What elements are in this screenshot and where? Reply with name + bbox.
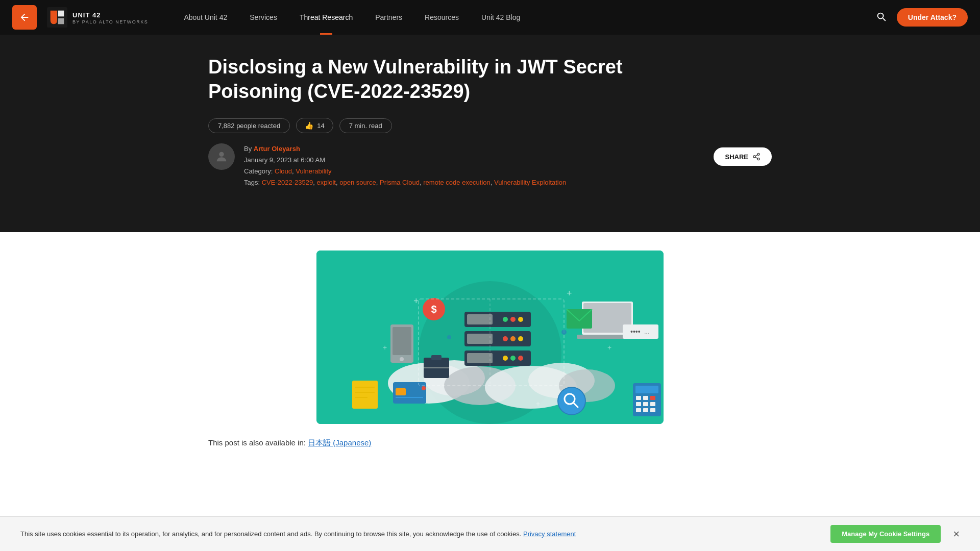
nav-about[interactable]: About Unit 42: [173, 0, 238, 35]
author-share-row: By Artur Oleyarsh January 9, 2023 at 6:0…: [184, 133, 796, 166]
tag-cve[interactable]: CVE-2022-23529: [262, 179, 313, 186]
svg-text:+: +: [607, 343, 611, 352]
svg-rect-37: [431, 355, 442, 360]
author-by: By Artur Oleyarsh: [244, 143, 566, 155]
svg-rect-46: [635, 386, 658, 393]
svg-text:••••: ••••: [630, 328, 641, 336]
svg-point-28: [510, 356, 516, 361]
tag-opensource[interactable]: open source: [339, 179, 376, 186]
author-block: By Artur Oleyarsh January 9, 2023 at 6:0…: [208, 143, 566, 188]
svg-point-27: [503, 356, 508, 361]
author-name[interactable]: Artur Oleyarsh: [254, 145, 300, 153]
share-label: SHARE: [725, 153, 748, 161]
avatar-icon: [214, 149, 229, 164]
tag-rce[interactable]: remote code execution: [423, 179, 491, 186]
svg-text:+: +: [567, 288, 572, 298]
search-button[interactable]: [875, 11, 887, 24]
svg-rect-49: [650, 396, 655, 400]
back-button[interactable]: [12, 5, 37, 30]
japanese-link[interactable]: 日本語 (Japanese): [308, 438, 371, 447]
unit42-logo-icon: [47, 7, 67, 28]
svg-line-5: [755, 157, 758, 159]
svg-point-76: [447, 335, 451, 339]
svg-rect-47: [636, 396, 641, 400]
svg-rect-16: [467, 314, 493, 324]
post-available: This post is also available in: 日本語 (Jap…: [208, 438, 772, 448]
svg-point-17: [503, 317, 508, 322]
cookie-close-button[interactable]: ×: [953, 528, 960, 541]
svg-rect-56: [352, 381, 378, 409]
logo: UNIT 42 BY PALO ALTO NETWORKS: [47, 7, 148, 28]
svg-rect-21: [467, 334, 493, 344]
svg-point-63: [422, 386, 426, 390]
svg-rect-54: [643, 408, 648, 412]
tag-prisma[interactable]: Prisma Cloud: [380, 179, 420, 186]
cookie-text: This site uses cookies essential to its …: [20, 530, 818, 538]
svg-point-1: [219, 152, 224, 157]
tag-vuln-exploit[interactable]: Vulnerability Exploitation: [494, 179, 566, 186]
svg-rect-42: [623, 324, 658, 339]
tag-exploit[interactable]: exploit: [316, 179, 336, 186]
svg-point-3: [753, 156, 755, 158]
svg-rect-55: [650, 408, 655, 412]
svg-rect-48: [643, 396, 648, 400]
logo-sub-text: BY PALO ALTO NETWORKS: [72, 19, 148, 24]
author-info: By Artur Oleyarsh January 9, 2023 at 6:0…: [244, 143, 566, 188]
svg-point-23: [510, 336, 516, 341]
likes-pill[interactable]: 👍 14: [296, 118, 333, 133]
nav-partners[interactable]: Partners: [364, 0, 413, 35]
category-cloud[interactable]: Cloud: [275, 167, 292, 175]
svg-point-22: [503, 336, 508, 341]
thumbs-up-icon: 👍: [305, 121, 313, 130]
svg-rect-53: [636, 408, 641, 412]
read-time-pill[interactable]: 7 min. read: [339, 118, 392, 133]
main-content: $ •••• …: [0, 232, 980, 466]
under-attack-button[interactable]: Under Attack?: [897, 8, 968, 27]
article-hero-image: $ •••• …: [316, 251, 664, 424]
content-inner: $ •••• …: [184, 232, 796, 466]
svg-point-4: [757, 158, 760, 160]
svg-text:…: …: [644, 329, 649, 335]
nav-right: Under Attack?: [875, 8, 968, 27]
nav-threat-research[interactable]: Threat Research: [288, 0, 364, 35]
author-category: Category: Cloud, Vulnerability: [244, 166, 566, 177]
svg-text:$: $: [431, 304, 436, 315]
navbar: UNIT 42 BY PALO ALTO NETWORKS About Unit…: [0, 0, 980, 35]
manage-cookie-button[interactable]: Manage My Cookie Settings: [830, 525, 941, 543]
search-icon: [875, 11, 887, 22]
author-tags: Tags: CVE-2022-23529, exploit, open sour…: [244, 177, 566, 188]
svg-rect-34: [393, 327, 411, 355]
svg-text:+: +: [413, 296, 419, 306]
likes-count: 14: [317, 122, 324, 130]
nav-resources[interactable]: Resources: [413, 0, 470, 35]
article-illustration: $ •••• …: [316, 251, 664, 424]
tags-list: CVE-2022-23529, exploit, open source, Pr…: [262, 179, 567, 186]
svg-text:+: +: [536, 399, 540, 408]
svg-point-24: [518, 336, 523, 341]
reactions-pill[interactable]: 7,882 people reacted: [208, 118, 290, 133]
article-meta: 7,882 people reacted 👍 14 7 min. read: [208, 118, 772, 133]
svg-point-65: [558, 388, 585, 414]
svg-rect-52: [650, 402, 655, 406]
svg-point-75: [561, 330, 567, 335]
svg-line-6: [755, 155, 758, 156]
hero-section: Disclosing a New Vulnerability in JWT Se…: [0, 35, 980, 232]
svg-rect-50: [636, 402, 641, 406]
svg-point-19: [518, 317, 523, 322]
svg-rect-26: [467, 353, 493, 363]
author-avatar: [208, 143, 235, 170]
cookie-banner: This site uses cookies essential to its …: [0, 516, 980, 551]
share-button[interactable]: SHARE: [714, 147, 772, 166]
logo-unit42-text: UNIT 42: [72, 11, 101, 19]
svg-rect-61: [396, 388, 406, 395]
nav-services[interactable]: Services: [238, 0, 288, 35]
category-vulnerability[interactable]: Vulnerability: [296, 167, 331, 175]
nav-blog[interactable]: Unit 42 Blog: [470, 0, 531, 35]
svg-point-18: [510, 317, 516, 322]
privacy-link[interactable]: Privacy statement: [523, 530, 576, 538]
share-icon: [752, 153, 761, 161]
svg-point-35: [400, 357, 404, 361]
article-title: Disclosing a New Vulnerability in JWT Se…: [208, 55, 627, 104]
svg-text:+: +: [383, 343, 387, 352]
author-date: January 9, 2023 at 6:00 AM: [244, 155, 566, 166]
